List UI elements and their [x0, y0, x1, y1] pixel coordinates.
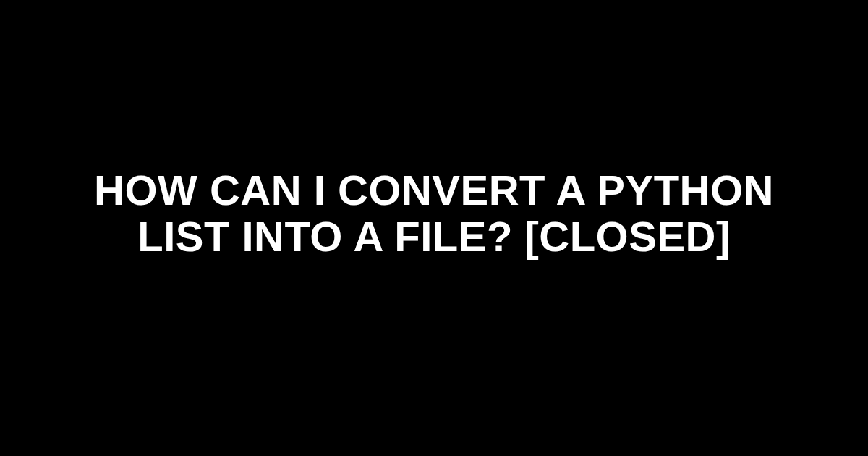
title-container: How can I convert a Python list into a f… — [0, 167, 868, 260]
page-title: How can I convert a Python list into a f… — [43, 167, 825, 260]
